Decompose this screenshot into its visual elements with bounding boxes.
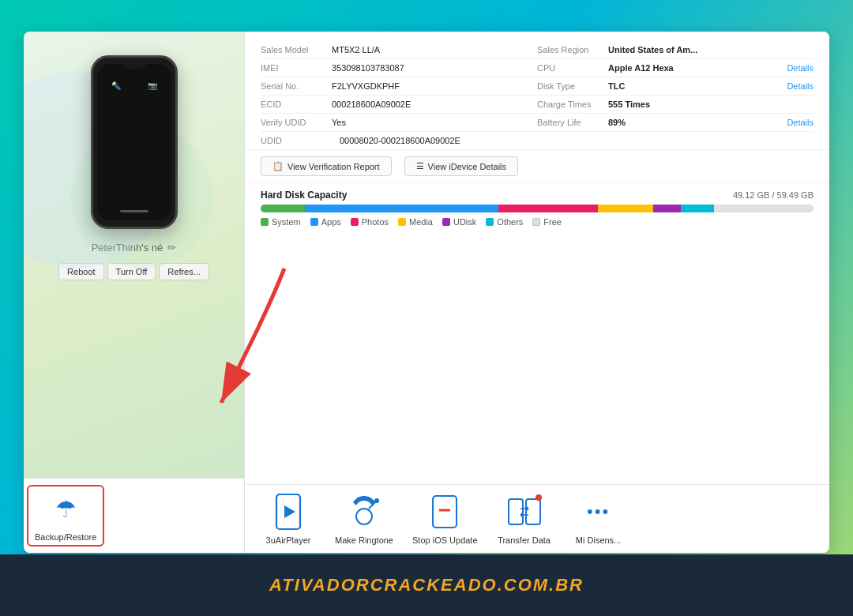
disk-segment-media: [598, 205, 653, 212]
info-row-charge-times: Charge Times 555 Times: [537, 96, 814, 114]
legend-apps: Apps: [310, 217, 341, 227]
legend-free: Free: [532, 217, 562, 227]
tool-make-ringtone-label: Make Ringtone: [335, 535, 393, 545]
legend-dot-media: [398, 218, 406, 226]
tool-mi-disens[interactable]: ••• Mi Disens...: [571, 493, 626, 545]
footer-text: ATIVADORCRACKEADO.COM.BR: [269, 575, 584, 595]
mi-disens-icon: •••: [580, 493, 618, 531]
disk-segment-free: [714, 205, 814, 212]
tool-make-ringtone[interactable]: Make Ringtone: [335, 493, 393, 545]
tool-transfer-data-label: Transfer Data: [498, 535, 551, 545]
legend-photos: Photos: [351, 217, 389, 227]
info-row-disk-type: Disk Type TLC Details: [537, 77, 814, 96]
tool-stop-ios-update[interactable]: Stop iOS Update: [412, 493, 478, 545]
legend-dot-system: [261, 218, 269, 226]
info-row-verify-udid: Verify UDID Yes: [261, 114, 537, 132]
view-verification-button[interactable]: 📋 View Verification Report: [261, 156, 392, 176]
legend-dot-free: [532, 218, 540, 226]
make-ringtone-icon: [345, 493, 383, 531]
3uairplayer-icon: [269, 493, 307, 531]
legend-label-free: Free: [543, 217, 562, 227]
info-row-battery-life: Battery Life 89% Details: [537, 114, 814, 132]
tool-transfer-data[interactable]: Transfer Data: [497, 493, 552, 545]
value-cpu: Apple A12 Hexa: [608, 63, 783, 73]
label-ecid: ECID: [261, 100, 332, 109]
edit-icon[interactable]: ✏: [167, 242, 176, 254]
info-row-serial: Serial No. F2LYVXGDKPHF: [261, 77, 537, 96]
view-idevice-button[interactable]: ☰ View iDevice Details: [404, 156, 518, 176]
verify-row: 📋 View Verification Report ☰ View iDevic…: [245, 150, 829, 183]
flashlight-icon: 🔦: [111, 81, 121, 90]
legend-udisk: UDisk: [442, 217, 476, 227]
value-ecid: 000218600A09002E: [332, 100, 537, 109]
info-row-imei: IMEI 353098103783087: [261, 59, 537, 77]
legend-label-media: Media: [409, 217, 433, 227]
value-serial: F2LYVXGDKPHF: [332, 81, 537, 91]
legend-label-system: System: [272, 217, 301, 227]
label-battery-life: Battery Life: [537, 118, 608, 127]
info-row-ecid: ECID 000218600A09002E: [261, 96, 537, 114]
svg-marker-1: [284, 505, 295, 518]
disk-section: Hard Disk Capacity 49.12 GB / 59.49 GB S…: [245, 183, 829, 230]
disk-segment-apps: [305, 205, 498, 212]
turnoff-button[interactable]: Turn Off: [107, 263, 156, 280]
value-udid: 00008020-000218600A09002E: [340, 136, 460, 145]
legend-dot-udisk: [442, 218, 450, 226]
backup-restore-icon: ☂: [47, 490, 85, 528]
svg-rect-8: [526, 499, 540, 524]
disk-bar: [261, 205, 814, 212]
legend-media: Media: [398, 217, 433, 227]
legend-dot-apps: [310, 218, 318, 226]
value-disk-type: TLC: [608, 81, 783, 91]
device-name: PeterThinh's né: [92, 242, 163, 254]
tool-3uairplayer[interactable]: 3uAirPlayer: [261, 493, 316, 545]
value-charge-times: 555 Times: [608, 100, 814, 109]
phone-mockup: 🔦 📷: [91, 55, 178, 229]
cpu-details-link[interactable]: Details: [787, 63, 814, 73]
phone-screen: 🔦 📷: [97, 64, 171, 220]
label-cpu: CPU: [537, 63, 608, 73]
info-col-right: Sales Region United States of Am... CPU …: [537, 41, 814, 132]
legend-label-photos: Photos: [362, 217, 389, 227]
value-imei: 353098103783087: [332, 63, 537, 73]
clipboard-icon: 📋: [272, 161, 284, 171]
svg-rect-5: [433, 496, 457, 528]
value-sales-model: MT5X2 LL/A: [332, 45, 537, 54]
right-tools-row: 3uAirPlayer Make Ringtone: [245, 484, 829, 553]
info-row-sales-model: Sales Model MT5X2 LL/A: [261, 41, 537, 59]
refresh-button[interactable]: Refres...: [159, 263, 209, 280]
legend-dot-photos: [351, 218, 359, 226]
tool-3uairplayer-label: 3uAirPlayer: [266, 535, 311, 545]
svg-point-2: [356, 509, 372, 524]
disk-title: Hard Disk Capacity: [261, 190, 347, 201]
label-sales-region: Sales Region: [537, 45, 608, 54]
info-table: Sales Model MT5X2 LL/A IMEI 353098103783…: [245, 32, 829, 132]
label-verify-udid: Verify UDID: [261, 118, 332, 127]
battery-details-link[interactable]: Details: [787, 118, 814, 127]
info-row-sales-region: Sales Region United States of Am...: [537, 41, 814, 59]
notification-dot: [535, 494, 542, 501]
disk-type-details-link[interactable]: Details: [787, 81, 814, 91]
label-imei: IMEI: [261, 63, 332, 73]
disk-segment-others: [681, 205, 714, 212]
stop-ios-update-icon: [426, 493, 464, 531]
tool-backup-restore-label: Backup/Restore: [35, 532, 96, 542]
legend-dot-others: [486, 218, 494, 226]
value-battery-life: 89%: [608, 118, 783, 127]
tool-backup-restore[interactable]: ☂ Backup/Restore: [27, 485, 104, 547]
reboot-button[interactable]: Reboot: [58, 263, 103, 280]
main-container: 🔦 📷 PeterThinh's né ✏ Reboot Turn Off Re…: [24, 32, 829, 553]
legend-label-udisk: UDisk: [453, 217, 476, 227]
transfer-data-icon: [505, 493, 543, 531]
svg-point-4: [374, 498, 379, 503]
footer-bar: ATIVADORCRACKEADO.COM.BR: [0, 554, 853, 616]
info-col-left: Sales Model MT5X2 LL/A IMEI 353098103783…: [261, 41, 537, 132]
right-panel: Sales Model MT5X2 LL/A IMEI 353098103783…: [245, 32, 829, 553]
left-panel: 🔦 📷 PeterThinh's né ✏ Reboot Turn Off Re…: [24, 32, 245, 553]
tool-mi-disens-label: Mi Disens...: [576, 535, 621, 545]
label-serial: Serial No.: [261, 81, 332, 91]
value-verify-udid: Yes: [332, 118, 537, 127]
disk-legend: System Apps Photos Media UDisk: [261, 217, 814, 227]
legend-system: System: [261, 217, 301, 227]
action-buttons-row: Reboot Turn Off Refres...: [58, 263, 209, 280]
